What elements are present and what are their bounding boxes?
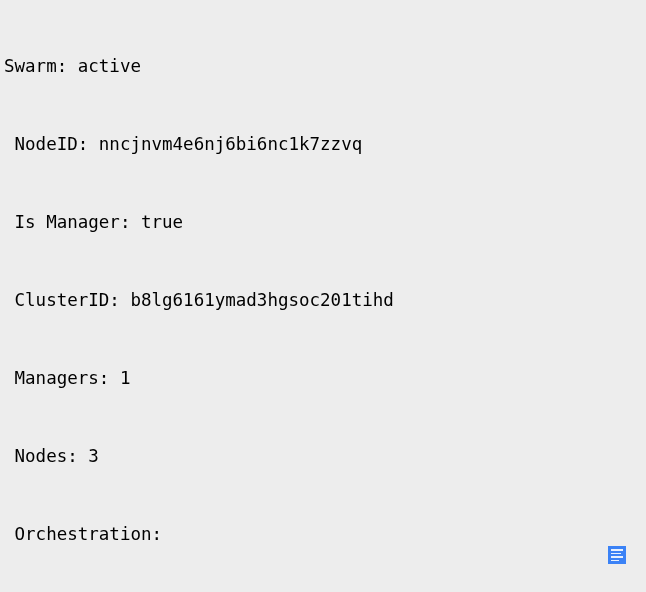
text-widget-icon[interactable] <box>608 546 626 564</box>
swarm-status-line: Swarm: active <box>4 53 646 79</box>
managers-count-line: Managers: 1 <box>4 365 646 391</box>
terminal-output: Swarm: active NodeID: nncjnvm4e6nj6bi6nc… <box>0 0 646 592</box>
cluster-id-line: ClusterID: b8lg6161ymad3hgsoc201tihd <box>4 287 646 313</box>
node-id-line: NodeID: nncjnvm4e6nj6bi6nc1k7zzvq <box>4 131 646 157</box>
is-manager-line: Is Manager: true <box>4 209 646 235</box>
orchestration-header-line: Orchestration: <box>4 521 646 547</box>
nodes-count-line: Nodes: 3 <box>4 443 646 469</box>
